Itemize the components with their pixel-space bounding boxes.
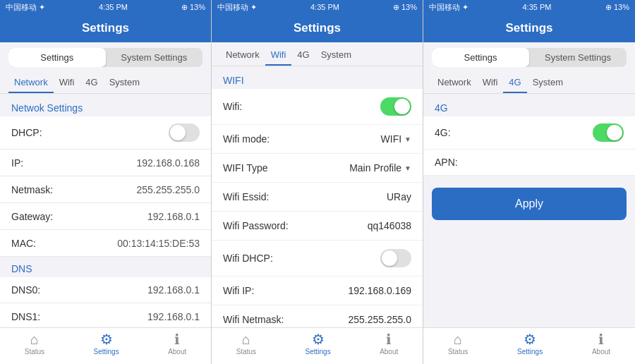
status-bar-1: 中国移动 ✦ 4:35 PM ⊕ 13% (0, 0, 211, 14)
wifi-block: Wifi: Wifi mode: WIFI ▼ WIFI Type Main P… (212, 89, 423, 327)
toggle-btn-system-3[interactable]: System Settings (529, 48, 627, 67)
section-title-wifi: WIFI (212, 69, 423, 89)
subtab-4g-2[interactable]: 4G (291, 45, 315, 66)
subtab-wifi-2[interactable]: Wifi (265, 45, 292, 66)
status-left-2: 中国移动 ✦ (217, 2, 257, 13)
gear-icon-1: ⚙ (100, 332, 113, 346)
toggle-4g[interactable] (593, 123, 624, 142)
value-wifi-ip: 192.168.0.169 (348, 285, 411, 296)
bottom-settings-label-2: Settings (306, 348, 331, 356)
bottom-about-2[interactable]: ℹ About (380, 332, 398, 361)
status-bar-2: 中国移动 ✦ 4:35 PM ⊕ 13% (212, 0, 423, 14)
label-ip: IP: (11, 157, 23, 169)
bottom-about-3[interactable]: ℹ About (592, 332, 610, 361)
toggle-wifi-dhcp[interactable] (380, 249, 411, 267)
status-time-3: 4:35 PM (523, 3, 552, 11)
value-wifi-password: qq146038 (368, 220, 411, 231)
bottom-settings-1[interactable]: ⚙ Settings (94, 332, 119, 361)
dropdown-arrow-type: ▼ (404, 164, 411, 172)
row-netmask: Netmask: 255.255.255.0 (0, 177, 211, 203)
info-icon-1: ℹ (174, 332, 180, 346)
bottom-status-1[interactable]: ⌂ Status (25, 332, 44, 361)
header-title-2: Settings (294, 21, 341, 35)
value-wifi-mode[interactable]: WIFI ▼ (381, 133, 411, 145)
subtab-wifi-3[interactable]: Wifi (477, 73, 504, 93)
gear-icon-2: ⚙ (312, 332, 325, 346)
subtab-network-2[interactable]: Network (220, 45, 265, 66)
toggle-btn-settings-1[interactable]: Settings (8, 48, 106, 67)
bottom-status-2[interactable]: ⌂ Status (236, 332, 256, 361)
subtab-4g-1[interactable]: 4G (80, 73, 103, 93)
bottom-status-label-2: Status (236, 348, 256, 356)
bottom-bar-2: ⌂ Status ⚙ Settings ℹ About (212, 327, 423, 364)
value-mac: 00:13:14:15:DE:53 (117, 238, 200, 249)
bottom-settings-2[interactable]: ⚙ Settings (306, 332, 331, 361)
sub-tabs-1: Network Wifi 4G System (0, 73, 211, 94)
bottom-about-1[interactable]: ℹ About (168, 332, 186, 361)
label-wifi-ip: Wifi IP: (223, 285, 254, 296)
subtab-system-2[interactable]: System (315, 45, 357, 66)
status-left-1: 中国移动 ✦ (6, 2, 45, 13)
subtab-network-1[interactable]: Network (8, 73, 54, 93)
label-mac: MAC: (11, 238, 36, 249)
subtab-system-3[interactable]: System (527, 73, 569, 93)
subtab-wifi-1[interactable]: Wifi (54, 73, 80, 93)
label-wifi-type: WIFI Type (223, 162, 268, 174)
settings-content-3: 4G 4G: APN: Apply (423, 97, 635, 327)
bottom-status-3[interactable]: ⌂ Status (448, 332, 468, 361)
row-ip: IP: 192.168.0.168 (0, 150, 211, 176)
info-icon-2: ℹ (386, 332, 392, 346)
toggle-knob-wifi-dhcp (382, 250, 397, 266)
info-icon-3: ℹ (598, 332, 604, 346)
sub-tabs-3: Network Wifi 4G System (423, 73, 635, 94)
bottom-settings-3[interactable]: ⚙ Settings (517, 332, 543, 361)
row-wifi-ip: Wifi IP: 192.168.0.169 (212, 277, 423, 305)
toggle-btn-system-1[interactable]: System Settings (106, 48, 203, 67)
bottom-status-label-1: Status (25, 348, 44, 356)
value-wifi-essid: URay (387, 191, 411, 202)
4g-block: 4G: APN: (423, 116, 635, 176)
row-4g-toggle: 4G: (423, 116, 635, 150)
header-2: Settings (212, 14, 423, 42)
row-apn: APN: (423, 150, 635, 176)
toggle-dhcp[interactable] (169, 123, 200, 142)
label-dns0: DNS0: (11, 284, 40, 296)
section-title-dns: DNS (0, 257, 211, 277)
dns-settings-block: DNS0: 192.168.0.1 DNS1: 192.168.0.1 (0, 277, 211, 327)
bottom-about-label-3: About (592, 348, 610, 356)
value-dns0: 192.168.0.1 (147, 284, 200, 296)
bottom-settings-label-3: Settings (517, 348, 543, 356)
network-settings-block: DHCP: IP: 192.168.0.168 Netmask: 255.255… (0, 116, 211, 257)
subtab-4g-3[interactable]: 4G (503, 73, 526, 93)
row-wifi-netmask: Wifi Netmask: 255.255.255.0 (212, 305, 423, 327)
value-netmask: 255.255.255.0 (136, 184, 200, 195)
label-wifi-essid: Wifi Essid: (223, 191, 269, 202)
bottom-about-label-1: About (168, 348, 186, 356)
label-apn: APN: (435, 157, 458, 168)
toggle-wifi[interactable] (380, 97, 411, 116)
label-netmask: Netmask: (11, 184, 53, 195)
subtab-network-3[interactable]: Network (432, 73, 477, 93)
toggle-knob-dhcp (170, 125, 186, 140)
apply-button-3[interactable]: Apply (432, 188, 627, 220)
row-dhcp: DHCP: (0, 116, 211, 150)
bottom-bar-3: ⌂ Status ⚙ Settings ℹ About (423, 327, 635, 364)
subtab-system-1[interactable]: System (104, 73, 145, 93)
label-wifi-netmask: Wifi Netmask: (223, 314, 284, 325)
status-right-2: ⊕ 13% (393, 3, 417, 12)
row-wifi-dhcp: Wifi DHCP: (212, 241, 423, 277)
label-dhcp: DHCP: (11, 127, 42, 138)
label-4g: 4G: (435, 127, 451, 138)
section-title-network: Netwok Settings (0, 97, 211, 116)
row-gateway: Gateway: 192.168.0.1 (0, 204, 211, 230)
row-wifi-toggle: Wifi: (212, 89, 423, 125)
label-dns1: DNS1: (11, 311, 40, 322)
label-wifi-dhcp: Wifi DHCP: (223, 253, 273, 264)
label-wifi-mode: Wifi mode: (223, 133, 270, 145)
label-wifi-password: Wifi Password: (223, 220, 289, 231)
bottom-bar-1: ⌂ Status ⚙ Settings ℹ About (0, 327, 211, 364)
status-bar-3: 中国移动 ✦ 4:35 PM ⊕ 13% (423, 0, 635, 14)
toggle-btn-settings-3[interactable]: Settings (432, 48, 529, 67)
value-wifi-type[interactable]: Main Profile ▼ (349, 162, 411, 174)
value-gateway: 192.168.0.1 (147, 211, 200, 222)
